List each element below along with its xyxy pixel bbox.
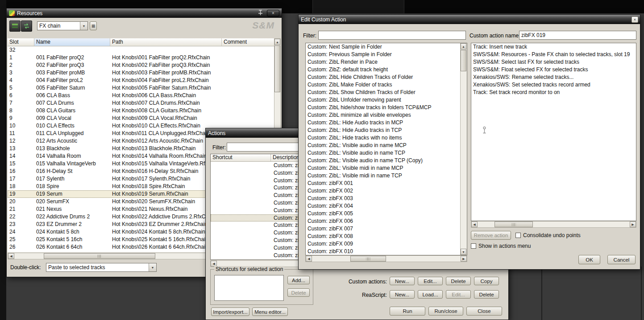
consolidate-undo-checkbox[interactable] [515, 233, 521, 238]
cell-slot: 10 [8, 122, 34, 130]
action-list-item[interactable]: Custom: ZibL: Hide tracks with no items [306, 134, 467, 142]
sequence-item[interactable]: SWS/S&M: Select last FX for selected tra… [471, 58, 636, 66]
column-header-comment[interactable]: Comment [222, 38, 274, 46]
refresh-icon-button[interactable] [21, 21, 32, 32]
resource-row[interactable]: 6006 CLA BassHot Knobs\006 CLA Bass.RfxC… [8, 92, 274, 99]
resource-row[interactable]: 5005 FabFilter SaturnHot Knobs\005 FabFi… [8, 84, 274, 92]
delete-shortcut-button[interactable]: Delete [287, 288, 310, 297]
scrollbar-thumb[interactable] [461, 50, 466, 71]
resource-row[interactable]: 9009 CLA VocalHot Knobs\009 CLA Vocal.Rf… [8, 115, 274, 122]
scroll-left-icon[interactable]: ◀ [471, 222, 478, 227]
action-list-item[interactable]: Custom: ZibL Hide Children Tracks of Fol… [306, 74, 467, 81]
dock-pin-icon[interactable] [258, 9, 263, 17]
close-button[interactable]: Close [466, 307, 502, 316]
action-list-item[interactable]: Custom: zibFX 010 [306, 248, 467, 255]
sequence-item[interactable]: Track: Set track record monitor to on [471, 89, 636, 96]
action-list-item[interactable]: Custom: ZibL: Visible audio in name TCP … [306, 157, 467, 164]
action-list-item[interactable]: Custom: zibFX 006 [306, 217, 467, 225]
scroll-up-icon[interactable]: ▲ [274, 39, 280, 45]
import-export-button[interactable]: Import/export... [211, 308, 249, 316]
resources-titlebar[interactable]: Resources × [7, 8, 282, 18]
scroll-left-icon[interactable]: ◀ [8, 253, 14, 259]
scroll-right-icon[interactable]: ▶ [630, 222, 636, 227]
action-list-item[interactable]: Custom: ZibL Render in Pace [306, 58, 467, 66]
cell-shortcut [211, 177, 271, 185]
custom-action-delete-button[interactable]: Delete [446, 277, 471, 285]
action-list-item[interactable]: Custom: zibFX 008 [306, 233, 467, 240]
sequence-item[interactable]: SWS/S&M: Resources - Paste FX chain to s… [471, 51, 636, 58]
action-list-item[interactable]: Custom: ZibL Unfolder removing parent [306, 96, 467, 104]
action-list-item[interactable]: Custom: ZibL Make Folder of tracks [306, 81, 467, 89]
action-list-item[interactable]: Custom: Previous Sample in Folder [306, 51, 467, 58]
sequence-item[interactable]: Xenakios/SWS: Set selected tracks record… [471, 81, 636, 89]
sequence-item[interactable]: Xenakios/SWS: Rename selected tracks... [471, 74, 636, 81]
action-list-item[interactable]: Custom: zibFX 005 [306, 210, 467, 217]
column-header-path[interactable]: Path [110, 38, 222, 46]
custom-action-edit-button[interactable]: Edit... [418, 277, 443, 285]
sequence-item[interactable]: Track: Insert new track [471, 43, 636, 51]
action-list-item[interactable]: Custom: zibFX 003 [306, 195, 467, 202]
column-header-shortcut[interactable]: Shortcut [211, 154, 271, 161]
resource-row[interactable]: 8008 CLA GuitarsHot Knobs\008 CLA Guitar… [8, 107, 274, 115]
scrollbar-thumb[interactable] [44, 253, 155, 259]
resource-row[interactable]: 4004 FabFilter proL2Hot Knobs\004 FabFil… [8, 77, 274, 84]
close-icon[interactable]: × [632, 16, 638, 23]
run-close-button[interactable]: Run/close [428, 307, 463, 316]
shortcuts-listbox[interactable] [214, 275, 284, 301]
custom-action-new-button[interactable]: New... [390, 277, 415, 285]
menu-editor-button[interactable]: Menu editor... [252, 308, 288, 316]
resource-slots-icon-button[interactable] [9, 21, 21, 32]
scroll-down-icon[interactable]: ▼ [461, 249, 466, 255]
action-list-item[interactable]: Custom: ZibL: Hide Audio tracks in TCP [306, 127, 467, 134]
resource-row[interactable]: 1001 FabFilter proQ2Hot Knobs\001 FabFil… [8, 54, 274, 62]
cell-comment [222, 77, 274, 84]
action-list-item[interactable]: Custom: ZibL minimize all visible envelo… [306, 111, 467, 119]
action-list-item[interactable]: Custom: zibFX 002 [306, 187, 467, 195]
custom-action-copy-button[interactable]: Copy [474, 277, 499, 285]
resource-row[interactable]: 7007 CLA DrumsHot Knobs\007 CLA Drums.Rf… [8, 99, 274, 107]
close-icon[interactable]: × [267, 10, 279, 16]
scroll-right-icon[interactable]: ▶ [461, 256, 467, 262]
edit-custom-action-titlebar[interactable]: Edit Custom Action [299, 15, 640, 24]
scroll-left-icon[interactable]: ◀ [306, 256, 312, 262]
column-header-name[interactable]: Name [34, 38, 110, 46]
action-list-item[interactable]: Custom: ZibL: Visible audio in name MCP [306, 142, 467, 149]
resource-row[interactable]: 32 [8, 46, 274, 54]
reascript-new-button[interactable]: New... [390, 290, 415, 299]
scrollbar-thumb[interactable] [350, 256, 386, 262]
action-list-item[interactable]: Custom: ZibL: Visible midi in name TCP [306, 172, 467, 180]
action-list-item[interactable]: Custom: Next Sample in Folder [306, 43, 467, 51]
scrollbar-thumb[interactable] [494, 222, 533, 227]
action-list-item[interactable]: Custom: ZibL hide/show tracks in folders… [306, 104, 467, 111]
remove-action-button[interactable]: Remove action [471, 231, 511, 240]
show-in-menu-checkbox[interactable] [471, 243, 476, 249]
sequence-item[interactable]: SWS/S&M: Float selected FX for selected … [471, 66, 636, 74]
action-list-item[interactable]: Custom: zibFX 009 [306, 240, 467, 248]
action-list-item[interactable]: Custom: ZibZ: default track height [306, 66, 467, 74]
action-list-item[interactable]: Custom: ZibL: Visible midi in name MCP [306, 164, 467, 172]
tied-actions-icon-button[interactable]: ▦ [90, 21, 97, 30]
ok-button[interactable]: OK [578, 255, 600, 264]
reascript-delete-button[interactable]: Delete [474, 290, 499, 299]
resource-row[interactable]: 2002 FabFilter proQ3Hot Knobs\002 FabFil… [8, 62, 274, 69]
add-shortcut-button[interactable]: Add... [287, 276, 310, 284]
cancel-button[interactable]: Cancel [607, 255, 636, 264]
action-list-item[interactable]: Custom: ZibL: Hide Audio tracks in MCP [306, 119, 467, 127]
action-list-item[interactable]: Custom: ZibL Show Children Tracks of Fol… [306, 89, 467, 96]
action-list-item[interactable]: Custom: zibFX 001 [306, 180, 467, 187]
reascript-edit-button[interactable]: Edit... [446, 290, 471, 299]
double-click-action-combo[interactable]: Paste to selected tracks ▼ [46, 263, 157, 272]
reascript-load-button[interactable]: Load... [418, 290, 443, 299]
scrollbar-thumb[interactable] [274, 45, 280, 92]
resource-row[interactable]: 3003 FabFilter proMBHot Knobs\003 FabFil… [8, 69, 274, 77]
resource-type-combo[interactable]: FX chain ▼ [37, 21, 88, 30]
custom-action-name-input[interactable] [519, 31, 636, 40]
action-list-item[interactable]: Custom: ZibL: Visible audio in name TCP [306, 149, 467, 157]
resources-table-header: Slot Name Path Comment [8, 38, 274, 46]
run-button[interactable]: Run [390, 307, 425, 316]
column-header-slot[interactable]: Slot [8, 38, 34, 46]
scroll-up-icon[interactable]: ▲ [461, 43, 466, 49]
edit-filter-input[interactable] [318, 31, 466, 40]
action-list-item[interactable]: Custom: zibFX 007 [306, 225, 467, 233]
action-list-item[interactable]: Custom: zibFX 004 [306, 202, 467, 210]
